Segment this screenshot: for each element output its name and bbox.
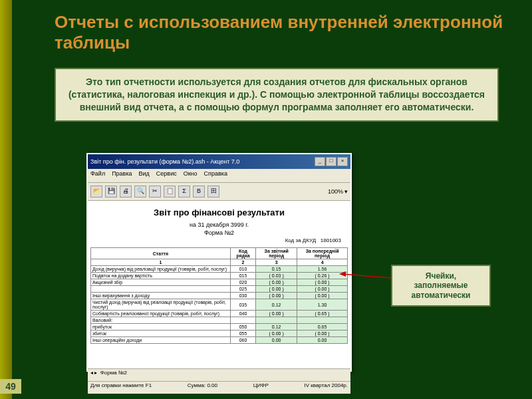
auto-cell[interactable]: 1.30 [297,299,348,311]
auto-cell[interactable] [256,317,297,324]
auto-cell[interactable]: 0.15 [256,266,297,273]
window-controls: _ □ × [315,157,348,166]
callout-box: Ячейки, заполняемые автоматически [391,265,491,307]
auto-cell[interactable]: 0.00 [256,337,297,344]
toolbar: 📂 💾 🖨 🔍 ✂ 📋 Σ B 田 100% ▾ [88,183,350,201]
table-row: збиток055( 0.00 )( 0.00 ) [91,331,348,337]
menu-edit[interactable]: Правка [112,170,132,181]
description-box: Это тип отчетности используется для созд… [55,68,499,122]
menu-service[interactable]: Сервис [156,170,177,181]
status-period: IV квартал 2004р. [304,382,348,393]
zoom-control[interactable]: 100% ▾ [328,188,348,195]
callout-arrow [339,275,391,277]
save-icon[interactable]: 💾 [105,186,117,198]
svg-line-0 [342,274,391,278]
auto-cell[interactable]: ( 0.00 ) [256,279,297,286]
auto-cell[interactable]: ( 0.00 ) [297,286,348,293]
table-row: Акцизний збір020( 0.00 )( 0.00 ) [91,279,348,286]
status-bar: Для справки нажмите F1 Сумма: 0.00 ЦИФР … [88,381,350,394]
copy-icon[interactable]: 📋 [164,186,176,198]
page-number: 49 [0,379,21,394]
table-row: Інші вирахування з доходу030( 0.00 )( 0.… [91,293,348,299]
auto-cell[interactable]: ( 0.00 ) [297,293,348,299]
cut-icon[interactable]: ✂ [149,186,161,198]
report-form: Форма №2 [90,229,348,236]
chevron-down-icon: ▾ [344,188,348,195]
table-row: Податок на додану вартість015( 0.03 )( 0… [91,273,348,279]
table-row: Інші операційні доходи0600.000.00 [91,337,348,344]
table-row: Валовий: [91,317,348,324]
window-title: Звіт про фін. результати (форма №2).ash … [90,158,239,165]
slide-sidebar [0,0,12,399]
document-area[interactable]: Звіт про фінансові результати на 31 дека… [88,201,350,368]
close-button[interactable]: × [337,157,348,166]
auto-cell[interactable]: ( 0.00 ) [256,311,297,317]
report-title: Звіт про фінансові результати [90,207,348,217]
window-titlebar: Звіт про фін. результати (форма №2).ash … [88,154,350,169]
sheet-tabs: ◂ ▸ Форма №2 [88,368,350,381]
slide-title: Отчеты с использованием внутренней элект… [55,12,532,53]
menu-window[interactable]: Окно [184,170,198,181]
borders-icon[interactable]: 田 [207,186,219,198]
report-table: Стаття Код рядка За звітний період За по… [90,247,348,344]
menu-file[interactable]: Файл [90,170,105,181]
menu-bar: Файл Правка Вид Сервис Окно Справка [88,169,350,183]
status-mode: ЦИФР [253,382,269,393]
spreadsheet-window: Звіт про фін. результати (форма №2).ash … [86,153,352,372]
bold-icon[interactable]: B [193,186,205,198]
status-sum: Сумма: 0.00 [188,382,217,393]
menu-view[interactable]: Вид [139,170,150,181]
print-icon[interactable]: 🖨 [120,186,132,198]
auto-cell[interactable]: ( 0.03 ) [256,273,297,279]
auto-cell[interactable] [297,317,348,324]
auto-cell[interactable]: ( 0.65 ) [297,311,348,317]
auto-cell[interactable]: 0.12 [256,324,297,331]
table-row: Дохід (виручка) від реалізації продукції… [91,266,348,273]
calc-icon[interactable]: Σ [178,186,190,198]
svg-marker-1 [339,271,346,277]
sheet-tab[interactable]: Форма №2 [100,370,127,376]
menu-help[interactable]: Справка [204,170,227,181]
preview-icon[interactable]: 🔍 [134,186,146,198]
auto-cell[interactable]: ( 0.00 ) [297,331,348,337]
open-icon[interactable]: 📂 [90,186,102,198]
auto-cell[interactable]: 0.65 [297,324,348,331]
status-help: Для справки нажмите F1 [90,382,152,393]
auto-cell[interactable]: 0.00 [297,337,348,344]
table-subheader-row: 1 2 3 4 [91,259,348,266]
maximize-button[interactable]: □ [326,157,336,166]
minimize-button[interactable]: _ [315,157,325,166]
report-date: на 31 декабря 3999 г. [90,221,348,228]
table-row: Собівартість реалізованої продукції (тов… [91,311,348,317]
tab-arrows[interactable]: ◂ ▸ [90,370,97,376]
auto-cell[interactable]: ( 0.00 ) [256,286,297,293]
table-row: 025( 0.00 )( 0.00 ) [91,286,348,293]
table-row: Чистий дохід (виручка) від реалізації пр… [91,299,348,311]
table-row: прибуток0500.120.65 [91,324,348,331]
report-code: Код за ДКУД 1801003 [97,237,341,243]
auto-cell[interactable]: ( 0.00 ) [256,331,297,337]
zoom-value: 100% [328,188,343,195]
auto-cell[interactable]: ( 0.00 ) [256,293,297,299]
table-header-row: Стаття Код рядка За звітний період За по… [91,248,348,259]
auto-cell[interactable]: 0.12 [256,299,297,311]
